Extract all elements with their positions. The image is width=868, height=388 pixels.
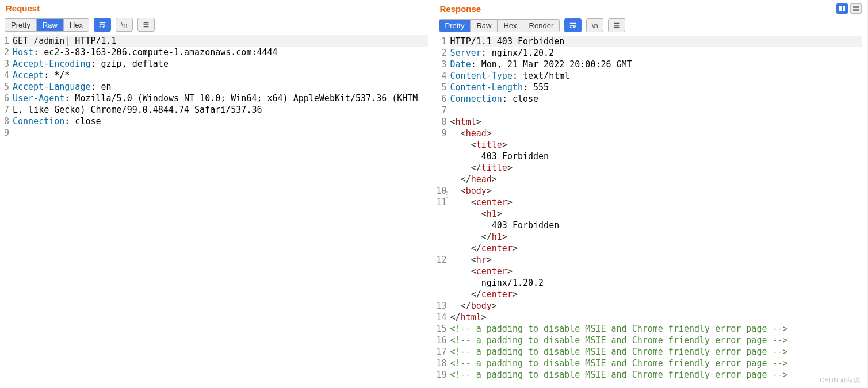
request-panel: Request Pretty Raw Hex \n 123456789 GET … [0, 0, 434, 388]
code-line[interactable]: </html> [450, 312, 862, 323]
tab-hex[interactable]: Hex [498, 20, 523, 32]
word-wrap-button[interactable] [94, 18, 111, 32]
tab-hex[interactable]: Hex [64, 19, 89, 31]
request-code[interactable]: GET /admin| HTTP/1.1Host: ec2-3-83-163-2… [13, 35, 434, 388]
code-line[interactable]: Accept-Language: en [13, 81, 428, 93]
line-number: 4 [2, 70, 9, 81]
request-toolbar: Pretty Raw Hex \n [0, 16, 434, 34]
line-number: 8 [2, 116, 9, 127]
request-editor[interactable]: 123456789 GET /admin| HTTP/1.1Host: ec2-… [0, 34, 434, 388]
code-line[interactable]: <!-- a padding to disable MSIE and Chrom… [450, 346, 862, 358]
code-line[interactable]: nginx/1.20.2 [450, 277, 862, 289]
request-header: Request [0, 0, 434, 16]
code-line[interactable] [13, 127, 428, 139]
code-line[interactable]: </body> [450, 300, 862, 312]
code-line[interactable]: </center> [450, 289, 862, 300]
split-divider[interactable]: ⋮ [444, 0, 450, 388]
code-line[interactable]: Connection: close [13, 116, 428, 127]
code-line[interactable]: <center> [450, 197, 862, 208]
code-line[interactable]: <!-- a padding to disable MSIE and Chrom… [450, 323, 862, 335]
layout-columns-icon[interactable] [836, 3, 848, 14]
line-number: 9 [2, 127, 9, 139]
response-panel: Response Pretty Raw Hex Render \n [434, 0, 869, 388]
code-line[interactable]: Connection: close [450, 93, 862, 105]
tab-pretty[interactable]: Pretty [5, 19, 37, 31]
request-tab-group: Pretty Raw Hex [5, 18, 89, 32]
code-line[interactable]: <center> [450, 266, 862, 277]
svg-rect-0 [839, 6, 842, 11]
code-line[interactable]: <html> [450, 116, 862, 128]
response-tab-group: Pretty Raw Hex Render [439, 19, 560, 32]
code-line[interactable]: <hr> [450, 254, 862, 266]
line-number: 6 [2, 93, 9, 104]
line-number: 1 [2, 35, 9, 47]
code-line[interactable]: </title> [450, 162, 862, 174]
code-line[interactable]: Host: ec2-3-83-163-206.compute-1.amazona… [13, 47, 428, 58]
code-line[interactable]: <h1> [450, 208, 862, 220]
request-title: Request [6, 3, 40, 13]
code-line[interactable]: User-Agent: Mozilla/5.0 (Windows NT 10.0… [13, 93, 428, 116]
watermark: CSDN @秋说 [820, 376, 860, 385]
svg-rect-3 [853, 9, 859, 11]
show-newlines-button[interactable]: \n [116, 18, 133, 32]
code-line[interactable]: <head> [450, 128, 862, 139]
code-line[interactable]: </h1> [450, 231, 862, 243]
code-line[interactable]: Accept: */* [13, 70, 428, 81]
svg-rect-2 [853, 6, 859, 8]
hamburger-button[interactable] [608, 18, 625, 32]
code-line[interactable]: </head> [450, 174, 862, 185]
line-number: 5 [2, 81, 9, 93]
show-newlines-button[interactable]: \n [586, 18, 603, 32]
code-line[interactable] [13, 139, 428, 150]
line-number: 2 [2, 47, 9, 58]
svg-rect-1 [843, 6, 845, 11]
request-gutter: 123456789 [0, 35, 13, 388]
code-line[interactable]: <!-- a padding to disable MSIE and Chrom… [450, 369, 862, 381]
code-line[interactable]: <!-- a padding to disable MSIE and Chrom… [450, 358, 862, 369]
layout-rows-icon[interactable] [850, 3, 862, 14]
tab-raw[interactable]: Raw [37, 19, 64, 31]
code-line[interactable]: </center> [450, 243, 862, 254]
word-wrap-button[interactable] [564, 18, 582, 32]
code-line[interactable] [450, 105, 862, 116]
code-line[interactable]: Content-Length: 555 [450, 82, 862, 93]
response-header: Response [434, 0, 868, 16]
code-line[interactable]: GET /admin| HTTP/1.1 [13, 35, 428, 47]
code-line[interactable]: 403 Forbidden [450, 220, 862, 231]
code-line[interactable]: Server: nginx/1.20.2 [450, 47, 862, 59]
code-line[interactable]: <!-- a padding to disable MSIE and Chrom… [450, 335, 862, 346]
code-line[interactable]: Content-Type: text/html [450, 70, 862, 82]
code-line[interactable]: Date: Mon, 21 Mar 2022 20:00:26 GMT [450, 59, 862, 70]
code-line[interactable]: <body> [450, 185, 862, 197]
layout-actions [836, 3, 862, 14]
line-number: 7 [2, 104, 9, 116]
code-line[interactable]: Accept-Encoding: gzip, deflate [13, 58, 428, 70]
hamburger-button[interactable] [137, 18, 155, 32]
line-number: 3 [2, 58, 9, 70]
response-editor[interactable]: 123456789 1011 12 13141516171819 HTTP/1.… [434, 34, 868, 388]
tab-render[interactable]: Render [523, 20, 560, 32]
response-code[interactable]: HTTP/1.1 403 ForbiddenServer: nginx/1.20… [450, 36, 867, 388]
code-line[interactable]: <title> [450, 139, 862, 151]
tab-raw[interactable]: Raw [471, 20, 498, 32]
code-line[interactable]: 403 Forbidden [450, 151, 862, 162]
response-toolbar: Pretty Raw Hex Render \n [434, 16, 868, 34]
code-line[interactable]: HTTP/1.1 403 Forbidden [450, 36, 862, 47]
